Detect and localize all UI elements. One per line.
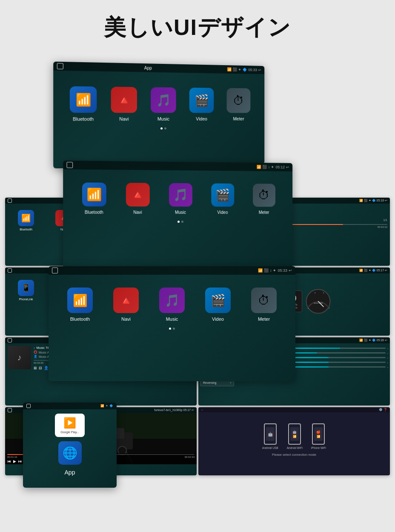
bluetooth-icon-front[interactable]: 📶	[67, 288, 93, 313]
video-icon-b1: 🎬	[211, 183, 234, 207]
svg-text:7: 7	[329, 307, 330, 309]
meter-icon-b1: ⏱	[253, 184, 275, 207]
meter-icon-front[interactable]: ⏱	[251, 288, 277, 313]
video-total: 00:02:33	[185, 456, 195, 458]
bluetooth-icon-b1: 📶	[82, 182, 106, 206]
music-icon-front[interactable]: 🎵	[159, 288, 185, 313]
mini-phonelink[interactable]: 📱	[18, 280, 34, 296]
bluetooth-icon-b2: 📶	[70, 86, 97, 112]
svg-text:1/min×1000: 1/min×1000	[314, 302, 323, 304]
google-play-label: Google Play...	[58, 431, 81, 434]
navi-icon-front[interactable]: 🔺	[113, 288, 139, 313]
track-fraction: 1/1	[383, 219, 387, 221]
video-next-btn[interactable]: ⏭	[18, 459, 22, 463]
video-prev-btn[interactable]: ⏮	[7, 459, 11, 463]
navi-icon-b2: 🔺	[111, 87, 137, 113]
connection-prompt: Please select connection mode	[272, 453, 316, 457]
video-icon-front[interactable]: 🎬	[205, 288, 231, 313]
bt-album-art: ♪	[8, 346, 31, 369]
time-total: 00:03:32	[378, 226, 387, 228]
time-front: 05:33	[278, 268, 287, 273]
time-back1: 05:12	[275, 165, 285, 169]
bt-playlist-btn[interactable]: ⊞	[34, 366, 37, 370]
app-label-right: App	[65, 469, 75, 476]
video-icon-b2: 🎬	[189, 88, 214, 113]
navi-icon-b1: 🔺	[126, 183, 149, 207]
screen-right: 📶 ✦ 🔷 ▶️ Google Play... 🌐 App	[23, 403, 117, 488]
mini-bluetooth-1[interactable]: 📶	[18, 210, 34, 226]
iphone-wifi-device[interactable]: 🍎 📶 iPhone WiFi	[311, 423, 326, 449]
sb-title-back2: App	[144, 66, 152, 70]
music-icon-b1: 🎵	[169, 183, 192, 207]
world-icon-box[interactable]: 🌐	[58, 441, 82, 465]
bt-grid-btn[interactable]: ⊟	[39, 366, 42, 370]
hero-section: App 📶 ⬛ ✦ 🔷 05:33 ↩ 📶 Bluetooth 🔺 Nav	[0, 51, 395, 196]
time-back2: 05:33	[248, 68, 257, 72]
android-usb-device[interactable]: 🤖 Android USB	[262, 423, 278, 449]
meter-icon-b2: ⏱	[227, 88, 251, 113]
screen-stack: App 📶 ⬛ ✦ 🔷 05:33 ↩ 📶 Bluetooth 🔺 Nav	[23, 55, 372, 183]
android-wifi-device[interactable]: 🤖 📶 Android WiFi	[287, 423, 303, 449]
screen-back2: App 📶 ⬛ ✦ 🔷 05:33 ↩ 📶 Bluetooth 🔺 Nav	[53, 62, 264, 169]
google-play-box[interactable]: ▶️ Google Play...	[55, 414, 85, 437]
video-play-btn[interactable]: ▶	[13, 459, 16, 463]
video-elapsed: 00:01:16	[7, 456, 17, 458]
page-title: 美しいUIデザイン	[0, 0, 395, 51]
mini-screen-connection: ← ⚙️ ❓ 🤖 Android USB	[198, 407, 390, 475]
music-icon-b2: 🎵	[151, 87, 176, 113]
screen-back1: 📶 ⬛ ↕ ✦ 05:12 ↩ 📶 Bluetooth 🔺 Navi	[63, 161, 292, 272]
screen-front: 📶 ⬛ ↕ ✦ 05:33 ↩ 📶 Bluetooth 🔺 Navi	[49, 266, 295, 381]
bt-person-btn[interactable]: 👤	[44, 366, 49, 370]
